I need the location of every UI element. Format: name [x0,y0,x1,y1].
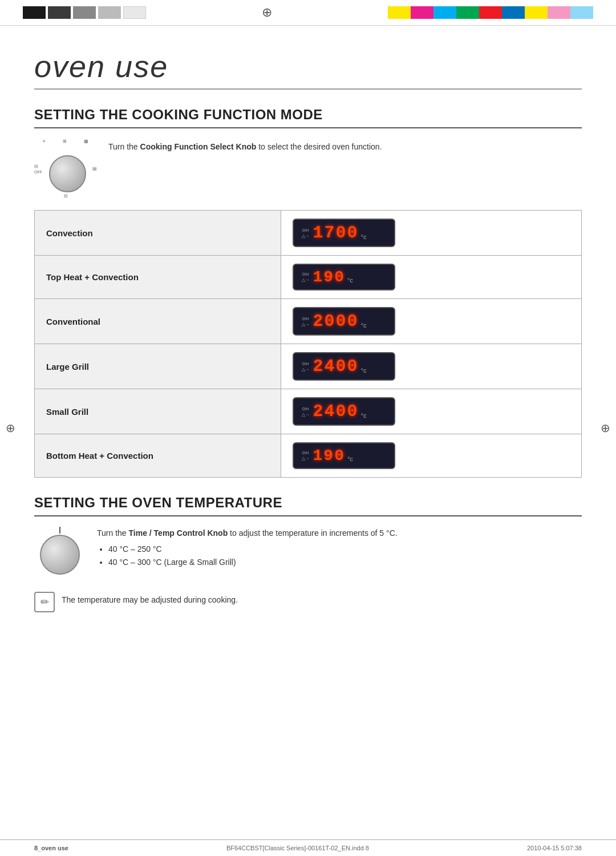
note-icon: ✏ [34,592,55,612]
function-label-bottom-heat: Bottom Heat + Convection [35,434,281,478]
temp-desc-suffix: to adjust the temperature in increments … [228,528,397,538]
knob-icon-heat: ▦ [84,139,88,144]
knob-icon-grill: ≡ [43,139,46,144]
knob-mid: ⊟ OFF ▤ [34,145,97,192]
lcd-bottom-heat: ⊙H △→ 190 °c [293,442,395,469]
temp-knob-circle[interactable] [40,535,80,575]
crosshair-right-icon: ⊕ [601,421,610,435]
display-bottom-heat: ⊙H △→ 190 °c [281,434,581,478]
function-label-top-heat: Top Heat + Convection [35,256,281,299]
table-row-large-grill: Large Grill ⊙H △→ 2400 °c [35,344,582,389]
table-row-small-grill: Small Grill ⊙H △→ 2400 °c [35,389,582,434]
knob-bottom-icons: ⊟ [34,193,97,199]
function-label-convection: Convection [35,211,281,256]
temp-description-block: Turn the Time / Temp Control Knob to adj… [97,527,398,568]
temp-description: Turn the Time / Temp Control Knob to adj… [97,527,398,539]
swatch-gray1 [73,6,96,19]
display-conventional: ⊙H △→ 2000 °c [281,299,581,344]
swatch-magenta [411,6,433,19]
function-label-small-grill: Small Grill [35,389,281,434]
section1-heading: SETTING THE COOKING FUNCTION MODE [34,107,582,128]
knob-desc-prefix: Turn the [108,142,140,151]
cooking-knob-circle[interactable] [49,155,86,192]
function-table: Convection ⊙H △→ 1700 °c Top Heat [34,210,582,478]
left-swatches [23,6,146,19]
lcd-text-4: 2400 [313,357,359,376]
lcd-convection: ⊙H △→ 1700 °c [293,219,395,247]
swatch-black1 [23,6,46,19]
swatch-red [479,6,502,19]
table-row-bottom-heat: Bottom Heat + Convection ⊙H △→ 190 °c [35,434,582,478]
display-small-grill: ⊙H △→ 2400 °c [281,389,581,434]
lcd-large-grill: ⊙H △→ 2400 °c [293,352,395,381]
knob-function-description: Turn the Cooking Function Select Knob to… [108,139,382,153]
bullet-item-1: 40 °C – 250 °C [108,543,398,555]
right-swatches [388,6,593,19]
lcd-left-icons-6: ⊙H △→ [302,450,310,461]
table-row-top-heat-convection: Top Heat + Convection ⊙H △→ 190 °c [35,256,582,299]
temp-desc-bold: Time / Temp Control Knob [129,528,228,538]
knob-function-section: ≡ ⊞ ▦ ⊟ OFF ▤ ⊟ [34,139,582,199]
temp-knob-indicator [59,527,60,534]
knob-desc-bold: Cooking Function Select Knob [140,142,257,151]
lcd-conventional: ⊙H △→ 2000 °c [293,307,395,336]
swatch-gray2 [98,6,121,19]
function-label-large-grill: Large Grill [35,344,281,389]
lcd-left-icons-3: ⊙H △→ [302,316,310,327]
knob-side-icons-left: ⊟ OFF [34,164,42,174]
color-bar: ⊕ [0,0,616,26]
display-large-grill: ⊙H △→ 2400 °c [281,344,581,389]
swatch-yellow2 [525,6,548,19]
section-oven-temperature: SETTING THE OVEN TEMPERATURE Turn the Ti… [34,495,582,618]
display-convection: ⊙H △→ 1700 °c [281,211,581,256]
crosshair-top-icon: ⊕ [262,5,272,20]
lcd-left-icons-2: ⊙H △→ [302,272,310,282]
swatch-black2 [48,6,71,19]
lcd-unit-5: °c [361,412,367,419]
section2-heading: SETTING THE OVEN TEMPERATURE [34,495,582,516]
main-content: oven use SETTING THE COOKING FUNCTION MO… [0,26,616,641]
lcd-unit-2: °c [347,277,353,284]
display-top-heat: ⊙H △→ 190 °c [281,256,581,299]
footer-timestamp: 2010-04-15 5:07:38 [527,845,582,851]
footer: 8_oven use BF64CCBST[Classic Series]-001… [0,839,616,856]
knob-icon-off: ⊟ [64,193,68,199]
swatch-pink [548,6,570,19]
crosshair-left-icon: ⊕ [6,421,15,435]
lcd-top-heat: ⊙H △→ 190 °c [293,264,395,290]
temp-knob-wrapper [34,527,86,575]
lcd-text-2: 190 [313,268,345,286]
swatch-yellow [388,6,411,19]
temp-bullet-list: 40 °C – 250 °C 40 °C – 300 °C (Large & S… [97,543,398,568]
footer-page-label: 8_oven use [34,845,68,851]
table-row-conventional: Conventional ⊙H △→ 2000 °c [35,299,582,344]
lcd-small-grill: ⊙H △→ 2400 °c [293,397,395,426]
swatch-blue [502,6,525,19]
section-cooking-function: SETTING THE COOKING FUNCTION MODE ≡ ⊞ ▦ … [34,107,582,478]
lcd-unit-3: °c [361,322,367,329]
lcd-unit-6: °c [347,455,353,462]
knob-desc-suffix: to select the desired oven function. [256,142,382,151]
lcd-unit-4: °c [361,367,367,374]
lcd-text-6: 190 [313,447,345,465]
bullet-item-2: 40 °C – 300 °C (Large & Small Grill) [108,556,398,568]
page-title: oven use [34,49,582,90]
lcd-left-icons-1: ⊙H △→ [302,228,310,239]
lcd-left-icons-5: ⊙H △→ [302,406,310,417]
knob-top-icons: ≡ ⊞ ▦ [34,139,97,144]
table-row-convection: Convection ⊙H △→ 1700 °c [35,211,582,256]
lcd-unit-1: °c [361,233,367,240]
lcd-text-3: 2000 [313,312,359,331]
note-box: ✏ The temperature may be adjusted during… [34,586,582,618]
knob-side-icons-right: ▤ [92,166,97,171]
footer-file-info: BF64CCBST[Classic Series]-00161T-02_EN.i… [226,845,369,851]
knob-icon-fan: ⊞ [63,139,67,144]
lcd-text-5: 2400 [313,402,359,421]
note-pencil-icon: ✏ [40,596,49,608]
swatch-cyan [433,6,456,19]
lcd-text-1: 1700 [313,223,359,243]
swatch-white1 [123,6,146,19]
lcd-left-icons-4: ⊙H △→ [302,361,310,372]
swatch-green [456,6,479,19]
cooking-knob-wrapper: ≡ ⊞ ▦ ⊟ OFF ▤ ⊟ [34,139,97,199]
